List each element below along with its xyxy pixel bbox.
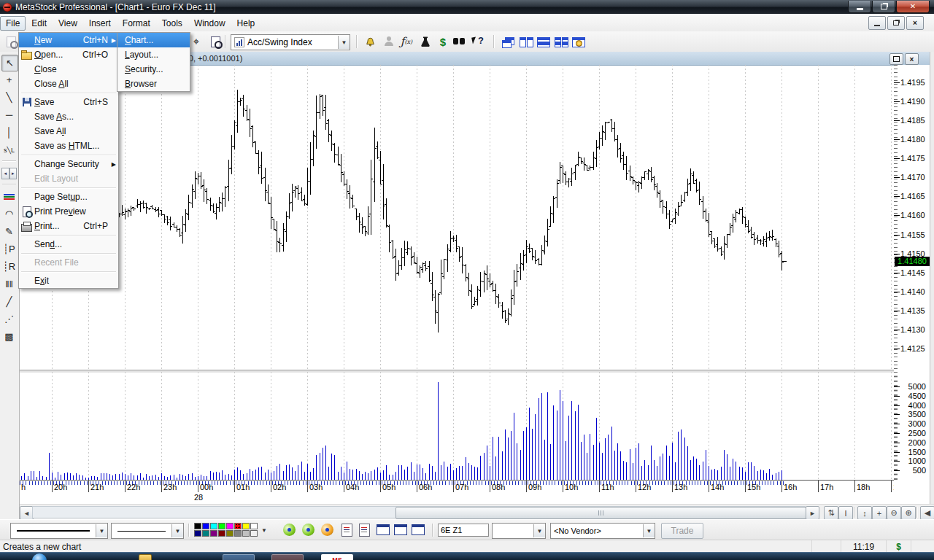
- fibonacci-fan-tool[interactable]: ✎: [1, 224, 17, 239]
- volume-pane[interactable]: [20, 372, 894, 480]
- line-style-dropdown-thick[interactable]: ▼: [10, 523, 108, 539]
- mdi-restore-button[interactable]: [887, 16, 905, 30]
- chart-restore-button[interactable]: [889, 53, 903, 65]
- refresh-tool[interactable]: ⇅: [824, 506, 838, 520]
- quote-orb-2-icon[interactable]: [302, 524, 314, 536]
- menu-format[interactable]: Format: [117, 16, 156, 31]
- line-weight-dropdown-thin[interactable]: ▼: [111, 523, 184, 539]
- tile-grid-windows-icon[interactable]: [553, 34, 569, 50]
- scrollbar-thumb[interactable]: [395, 507, 806, 519]
- menu-item-save-as[interactable]: Save As...: [19, 109, 118, 124]
- taskbar-app-1[interactable]: [223, 554, 255, 560]
- menu-insert[interactable]: Insert: [83, 16, 117, 31]
- taskbar-folder-icon[interactable]: [139, 554, 152, 560]
- color-swatch[interactable]: [194, 530, 201, 537]
- color-swatch[interactable]: [226, 530, 234, 537]
- customize-windows-icon[interactable]: [571, 34, 587, 50]
- quote-orb-3-icon[interactable]: [321, 524, 333, 536]
- retracement-tool[interactable]: ┊R: [1, 259, 17, 274]
- period-dropdown[interactable]: ▼: [492, 523, 546, 539]
- new-chart-icon[interactable]: [3, 34, 19, 50]
- menu-item-exit[interactable]: Exit: [19, 273, 118, 288]
- report-page-1-icon[interactable]: [341, 524, 352, 537]
- color-swatch[interactable]: [250, 523, 258, 529]
- downloader-dollar-icon[interactable]: $: [435, 34, 451, 50]
- grid-tool[interactable]: ▩: [1, 329, 17, 344]
- time-zones-tool[interactable]: ‖‖: [1, 276, 17, 292]
- crosshair-pointer-tool[interactable]: I: [838, 506, 853, 520]
- menu-item-new[interactable]: NewCtrl+N▶: [19, 33, 118, 47]
- crosshair-icon[interactable]: ⌖: [188, 34, 204, 50]
- layout-window-1-icon[interactable]: [377, 524, 390, 535]
- menu-item-recent-file[interactable]: Recent File: [19, 255, 118, 270]
- color-swatch[interactable]: [202, 530, 209, 537]
- menu-tools[interactable]: Tools: [156, 16, 188, 31]
- menu-file[interactable]: File: [0, 16, 26, 31]
- menu-item-send[interactable]: Send...: [19, 237, 118, 252]
- menu-item-save[interactable]: SaveCtrl+S: [19, 95, 118, 109]
- indicator-dropdown-arrow[interactable]: ▼: [338, 36, 350, 49]
- layout-window-3-icon[interactable]: [412, 524, 425, 535]
- color-swatch[interactable]: [218, 523, 225, 529]
- menu-item-chart[interactable]: Chart...: [117, 33, 190, 47]
- menu-item-browser[interactable]: Browser: [117, 77, 190, 91]
- speed-lines-tool[interactable]: ⋰: [1, 311, 17, 327]
- report-page-2-icon[interactable]: [359, 524, 370, 537]
- zoom-page-icon[interactable]: [207, 34, 223, 50]
- trade-button[interactable]: Trade: [661, 523, 703, 539]
- menu-item-layout[interactable]: Layout...: [117, 47, 190, 62]
- vendor-dropdown[interactable]: <No Vendor> ▼: [550, 523, 655, 539]
- color-swatch[interactable]: [250, 530, 258, 537]
- taskbar-app-2[interactable]: [271, 554, 304, 560]
- fibonacci-arcs-tool[interactable]: ◠: [1, 206, 17, 222]
- tile-horizontal-windows-icon[interactable]: [536, 34, 552, 50]
- system-tester-icon[interactable]: [417, 34, 433, 50]
- tile-vertical-windows-icon[interactable]: [518, 34, 534, 50]
- cascade-windows-icon[interactable]: [501, 34, 517, 50]
- horizontal-scrollbar[interactable]: [32, 506, 806, 518]
- chart-close-button[interactable]: ×: [905, 53, 919, 65]
- color-swatch[interactable]: [202, 523, 209, 529]
- zoom-out-button[interactable]: ⊖: [887, 506, 901, 520]
- indicator-builder-icon[interactable]: ƒ(x): [398, 34, 414, 50]
- channel-lines-tool[interactable]: [1, 189, 17, 204]
- menu-item-open[interactable]: Open...Ctrl+O: [19, 47, 118, 62]
- menu-view[interactable]: View: [53, 16, 83, 31]
- resize-vertical-tool[interactable]: ↕: [857, 506, 872, 520]
- menu-item-close-all[interactable]: Close All: [19, 77, 118, 91]
- color-swatch[interactable]: [234, 523, 242, 529]
- menu-item-close[interactable]: Close: [19, 62, 118, 77]
- expert-advisor-icon[interactable]: [381, 34, 397, 50]
- line-weight-dropdown-arrow[interactable]: ▼: [171, 524, 183, 537]
- restore-button[interactable]: [872, 1, 895, 13]
- horizontal-line-tool[interactable]: ─: [1, 107, 17, 122]
- context-help-icon[interactable]: ?: [470, 34, 486, 50]
- menu-item-page-setup[interactable]: Page Setup...: [19, 190, 118, 204]
- taskbar-metastock[interactable]: MS: [321, 554, 353, 560]
- trendline-sl-tool[interactable]: s╲L: [1, 142, 17, 158]
- alert-bell-icon[interactable]: [362, 34, 378, 50]
- projection-tool[interactable]: ┊P: [1, 241, 17, 257]
- color-swatch[interactable]: [242, 530, 250, 537]
- color-swatch[interactable]: [226, 523, 234, 529]
- menu-help[interactable]: Help: [231, 16, 261, 31]
- zoom-in-button[interactable]: ⊕: [901, 506, 916, 520]
- color-swatch[interactable]: [210, 530, 217, 537]
- line-style-dropdown-arrow[interactable]: ▼: [96, 524, 107, 537]
- crosshair-tool[interactable]: +: [1, 72, 17, 88]
- menu-item-change-security[interactable]: Change Security▶: [19, 157, 118, 171]
- menu-item-print[interactable]: Print...Ctrl+P: [19, 219, 118, 233]
- quote-orb-1-icon[interactable]: [283, 524, 296, 536]
- start-orb[interactable]: [32, 553, 47, 560]
- explorer-binoculars-icon[interactable]: [451, 34, 467, 50]
- scroll-right-button[interactable]: ►: [806, 506, 819, 520]
- symbol-input[interactable]: [438, 524, 489, 537]
- pointer-tool[interactable]: ↖: [1, 55, 18, 71]
- menu-window[interactable]: Window: [188, 16, 231, 31]
- price-pane[interactable]: [20, 65, 894, 370]
- scroll-arrows[interactable]: ◂▸: [1, 166, 17, 181]
- color-swatch[interactable]: [194, 523, 201, 529]
- minimize-button[interactable]: [848, 1, 871, 13]
- menu-item-security[interactable]: Security...: [117, 62, 190, 77]
- move-tool[interactable]: +: [872, 506, 887, 520]
